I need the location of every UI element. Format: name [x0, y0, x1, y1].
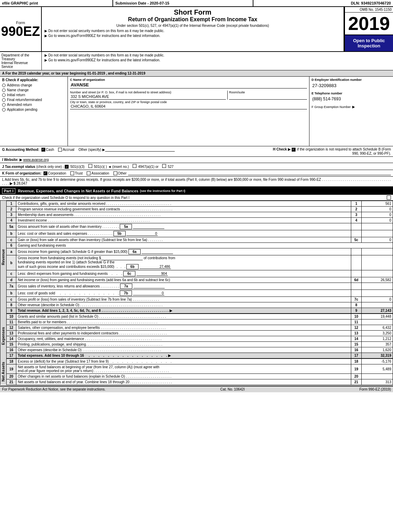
footer-right: Form 990-EZ (2019) — [359, 387, 391, 391]
dln: DLN: 93492197046720 — [253, 0, 393, 6]
final-label: Final return/terminated — [7, 98, 42, 102]
h-checkbox: ✓ — [292, 148, 296, 152]
line-desc: Membership dues and assessments . . . . … — [16, 212, 351, 218]
open-to-public: Open to Public Inspection — [345, 35, 393, 51]
line-amount — [362, 230, 393, 237]
table-row: 9 Total revenue. Add lines 1, 2, 3, 4, 5… — [7, 308, 393, 314]
line-ref: 6d — [351, 277, 362, 283]
form-org-row: K Form of organization: ✓ Corporation Tr… — [0, 170, 393, 177]
table-row: 20 Other changes in net assets or fund b… — [7, 374, 393, 379]
line-ref: 19 — [351, 364, 362, 374]
527-label: 527 — [168, 165, 174, 169]
line-amount: 0 — [362, 297, 393, 302]
line-amount — [362, 270, 393, 277]
line-ref — [351, 270, 362, 277]
line-desc: Contributions, gifts, grants, and simila… — [16, 201, 351, 207]
address-section: Number and street (or P. O. box, if mail… — [70, 91, 228, 100]
line-amount — [362, 283, 393, 290]
line-num: 20 — [7, 374, 16, 379]
instruction1: ▶ Do not enter social security numbers o… — [45, 29, 341, 33]
table-row: 19 Net assets or fund balances at beginn… — [7, 364, 393, 374]
line-ref: 11 — [351, 319, 362, 325]
ein-value: 27-3209883 — [312, 82, 391, 89]
line-amount: -5,176 — [362, 359, 393, 364]
table-row: 5a Gross amount from sale of assets othe… — [7, 223, 393, 230]
501c3-checkbox: ✓ — [65, 165, 69, 169]
c-label: C Name of organization — [70, 78, 307, 82]
4947-label: 4947(a)(1) or — [138, 165, 158, 169]
line-amount: 357 — [362, 342, 393, 347]
net-assets-side-label: Net Assets — [0, 358, 6, 385]
line-desc: Grants and similar amounts paid (list in… — [16, 314, 351, 319]
line-amount — [362, 302, 393, 308]
accounting-row: G Accounting Method: ✓ Cash Accrual Othe… — [0, 146, 393, 157]
table-row: c Less: direct expenses from gaming and … — [7, 270, 393, 277]
pending-label: Application pending — [7, 108, 37, 111]
table-row: 16 Other expenses (describe in Schedule … — [7, 347, 393, 353]
part1-label: Part I — [2, 188, 15, 194]
line-num: 11 — [7, 319, 16, 325]
omb-number: OMB No. 1545-1150 — [345, 7, 393, 13]
line-desc: Net assets or fund balances at end of ye… — [16, 379, 351, 385]
form-number: 990EZ — [1, 25, 40, 38]
line-amount: 3,250 — [362, 331, 393, 336]
line-desc: Professional fees and other payments to … — [16, 331, 351, 336]
line-desc: Gross income from fundraising events (no… — [16, 255, 351, 270]
website-url: www.avanse.org — [23, 158, 49, 162]
line-desc: Salaries, other compensation, and employ… — [16, 325, 351, 331]
line-desc: Excess or (deficit) for the year (Subtra… — [16, 359, 351, 364]
line-desc: Gross income from gaming (attach Schedul… — [16, 248, 351, 255]
id-section: D Employer identification number 27-3209… — [309, 77, 393, 146]
line-num: 8 — [7, 302, 16, 308]
line-amount — [362, 248, 393, 255]
line-num: 16 — [7, 347, 16, 353]
other-label: Other (specify) ▶ — [79, 148, 105, 152]
line-num: 7a — [7, 283, 16, 290]
line-desc: Other revenue (describe in Schedule O) .… — [16, 302, 351, 308]
check-address: Address change — [2, 83, 65, 87]
efile-label: efile GRAPHIC print — [0, 0, 113, 6]
accrual-checkbox — [58, 148, 62, 152]
d-label: D Employer identification number — [312, 78, 391, 82]
line-num: 1 — [7, 201, 16, 207]
other-org-checkbox — [113, 171, 117, 175]
name-circle — [2, 88, 6, 92]
address-label: Address change — [7, 83, 32, 87]
table-row: c Gain or (loss) from sale of assets oth… — [7, 237, 393, 243]
final-circle — [2, 98, 6, 102]
line-desc: Total expenses. Add lines 10 through 16 … — [16, 353, 351, 358]
footer-cat: Cat. No. 10642I — [220, 387, 245, 391]
h-section: H Check ▶ ✓ if the organization is not r… — [269, 147, 391, 155]
line-amount — [362, 255, 393, 270]
amended-circle — [2, 103, 6, 107]
line-desc: Printing, publications, postage, and shi… — [16, 342, 351, 347]
line-num: 19 — [7, 364, 16, 374]
table-row: 14 Occupancy, rent, utilities, and maint… — [7, 336, 393, 342]
line-ref: 3 — [351, 212, 362, 218]
part1-title: Revenue, Expenses, and Changes in Net As… — [18, 189, 139, 193]
line-num: 4 — [7, 218, 16, 223]
check-name: Name change — [2, 88, 65, 92]
line-amount: 27,143 — [362, 308, 393, 314]
line-ref — [351, 290, 362, 297]
initial-label: Initial return — [7, 93, 25, 97]
501c-label: 501(c)( ) ◄ (insert no.) — [94, 165, 129, 169]
line-amount: 1,212 — [362, 336, 393, 342]
h-text: if the organization is not required to a… — [297, 147, 391, 155]
line-ref: 1 — [351, 201, 362, 207]
line-amount: 313 — [362, 379, 393, 385]
line-num: b — [7, 230, 16, 237]
line-ref: 13 — [351, 331, 362, 336]
line-ref: 8 — [351, 302, 362, 308]
table-row: a Gross income from gaming (attach Sched… — [7, 248, 393, 255]
expenses-side-label: Expenses — [0, 314, 6, 358]
schedule-o-row: Check if the organization used Schedule … — [0, 195, 393, 201]
line-desc: Net assets or fund balances at beginning… — [16, 364, 351, 374]
line-ref: 20 — [351, 374, 362, 379]
line-num: b — [7, 290, 16, 297]
pending-circle — [2, 108, 6, 111]
line-desc: Program service revenue including govern… — [16, 207, 351, 212]
schedule-o-checkbox — [387, 195, 391, 200]
check-final: Final return/terminated — [2, 98, 65, 102]
501c3-label: 501(c)(3) — [70, 165, 85, 169]
